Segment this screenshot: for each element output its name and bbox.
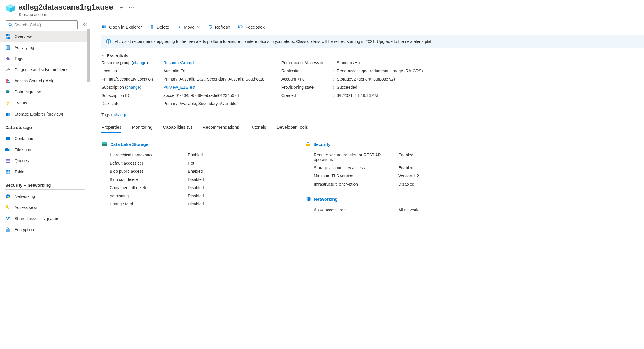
change-tags-link[interactable]: change — [114, 112, 127, 117]
svg-rect-17 — [6, 113, 8, 114]
refresh-button[interactable]: Refresh — [208, 25, 230, 29]
tab-recommendations[interactable]: Recommendations — [202, 122, 239, 133]
feedback-button[interactable]: Feedback — [238, 25, 265, 29]
globe-icon — [5, 194, 10, 199]
tag-icon — [5, 56, 10, 61]
tags-row: Tags (change) : — [102, 112, 644, 117]
sidebar-item-label: Shared access signature — [15, 216, 60, 221]
key-icon — [5, 205, 10, 210]
sidebar-item-diagnose-and-solve-problems[interactable]: Diagnose and solve problems — [0, 64, 90, 75]
info-icon — [106, 39, 111, 44]
change-subscription-link[interactable]: change — [127, 85, 140, 90]
sidebar-item-storage-explorer-preview-[interactable]: Storage Explorer (preview) — [0, 109, 90, 120]
grid-icon — [5, 34, 10, 39]
svg-rect-21 — [5, 149, 9, 151]
prop-row: VersioningDisabled — [102, 192, 282, 200]
svg-point-43 — [108, 40, 109, 41]
svg-rect-40 — [102, 27, 104, 28]
scrollbar[interactable] — [87, 29, 90, 349]
sidebar-item-file-shares[interactable]: File shares — [0, 144, 90, 155]
prop-row: Container soft deleteDisabled — [102, 184, 282, 192]
svg-rect-18 — [6, 114, 8, 116]
sidebar-item-label: Queues — [15, 158, 29, 163]
globe-icon — [306, 196, 311, 202]
move-button[interactable]: Move — [177, 25, 200, 29]
search-input[interactable] — [14, 22, 75, 27]
svg-rect-22 — [6, 159, 10, 160]
prop-value[interactable]: Disabled — [188, 185, 204, 190]
essentials-toggle[interactable]: Essentials — [102, 53, 644, 58]
db-arrow-icon — [5, 90, 10, 94]
prop-row: Storage account key accessEnabled — [306, 164, 457, 172]
search-input-wrapper[interactable] — [6, 20, 78, 29]
tab-properties[interactable]: Properties — [102, 122, 121, 133]
sidebar-item-access-keys[interactable]: Access keys — [0, 202, 90, 213]
sidebar-group-data-storage: Data storage — [0, 120, 90, 132]
section-networking[interactable]: Networking — [306, 196, 457, 202]
sidebar-item-events[interactable]: Events — [0, 97, 90, 109]
prop-value[interactable]: All networks — [398, 207, 420, 212]
sidebar-item-label: Data migration — [15, 90, 41, 94]
svg-rect-6 — [8, 34, 10, 36]
sig-icon — [5, 216, 10, 221]
prop-row: Change feedDisabled — [102, 200, 282, 208]
tab-capabilities[interactable]: Capabilities (5) — [163, 122, 192, 133]
ess-subscription-value[interactable]: Purview_E2ETest — [163, 85, 195, 90]
prop-value[interactable]: Disabled — [398, 182, 414, 186]
prop-row: Minimum TLS versionVersion 1.2 — [306, 172, 457, 180]
sidebar-item-overview[interactable]: Overview — [0, 31, 90, 42]
sidebar-item-data-migration[interactable]: Data migration — [0, 86, 90, 97]
prop-value[interactable]: Enabled — [398, 165, 413, 170]
sidebar-item-shared-access-signature[interactable]: Shared access signature — [0, 213, 90, 224]
prop-value[interactable]: Disabled — [188, 193, 204, 198]
collapse-sidebar-icon[interactable] — [83, 22, 87, 27]
chevron-up-icon — [102, 54, 105, 57]
search-icon — [8, 23, 13, 27]
svg-point-3 — [9, 23, 11, 26]
svg-rect-41 — [104, 26, 106, 28]
sidebar-item-encryption[interactable]: Encryption — [0, 224, 90, 235]
more-icon[interactable]: ··· — [129, 4, 135, 10]
open-explorer-button[interactable]: Open in Explorer — [102, 24, 142, 29]
svg-rect-23 — [6, 160, 10, 161]
sidebar-item-tables[interactable]: Tables — [0, 166, 90, 177]
sidebar-item-queues[interactable]: Queues — [0, 155, 90, 166]
sidebar-item-label: Networking — [15, 194, 35, 199]
svg-point-33 — [7, 206, 8, 207]
svg-rect-5 — [6, 34, 8, 36]
sidebar-item-label: Access keys — [15, 205, 37, 210]
lock-icon — [306, 142, 310, 147]
svg-point-14 — [6, 79, 8, 81]
prop-row: Default access tierHot — [102, 159, 282, 167]
svg-point-13 — [6, 57, 7, 58]
delete-button[interactable]: Delete — [150, 25, 169, 29]
tab-monitoring[interactable]: Monitoring — [132, 122, 152, 133]
change-resource-group-link[interactable]: change — [133, 60, 146, 65]
chevron-down-icon — [197, 25, 200, 29]
prop-value[interactable]: Version 1.2 — [398, 174, 419, 178]
svg-rect-19 — [8, 113, 10, 116]
prop-value: Enabled — [188, 153, 203, 157]
sidebar-item-activity-log[interactable]: Activity log — [0, 42, 90, 53]
prop-value[interactable]: Enabled — [398, 153, 413, 162]
sidebar-item-networking[interactable]: Networking — [0, 191, 90, 202]
storage-account-icon — [6, 4, 15, 13]
tab-tutorials[interactable]: Tutorials — [250, 122, 266, 133]
sidebar-item-access-control-iam-[interactable]: Access Control (IAM) — [0, 75, 90, 86]
lock-icon — [5, 227, 10, 232]
prop-value[interactable]: Hot — [188, 161, 194, 165]
prop-value[interactable]: Disabled — [188, 202, 204, 206]
prop-row: Require secure transfer for REST API ope… — [306, 151, 457, 164]
prop-value[interactable]: Disabled — [188, 177, 204, 182]
section-data-lake-storage[interactable]: Data Lake Storage — [102, 142, 282, 147]
sidebar-item-label: Events — [15, 101, 27, 105]
section-security[interactable]: Security — [306, 142, 457, 147]
sidebar-item-containers[interactable]: Containers — [0, 133, 90, 144]
tab-developer-tools[interactable]: Developer Tools — [277, 122, 308, 133]
sidebar-group-security: Security + networking — [0, 177, 90, 189]
sidebar-item-label: Overview — [15, 34, 32, 39]
sidebar-item-tags[interactable]: Tags — [0, 53, 90, 64]
prop-value[interactable]: Enabled — [188, 169, 203, 174]
ess-resource-group-value[interactable]: ResourceGroup1 — [163, 60, 195, 65]
pin-icon[interactable] — [118, 5, 124, 10]
